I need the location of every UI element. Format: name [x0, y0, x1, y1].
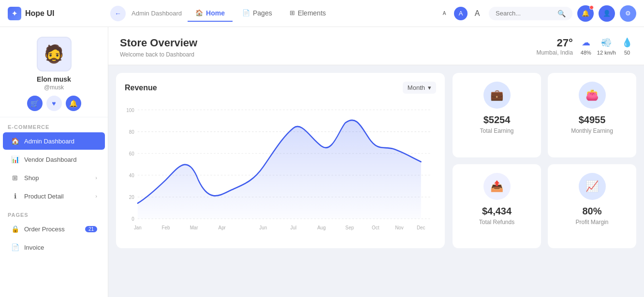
- main-content: Store Overview Welcome back to Dashboard…: [108, 27, 644, 297]
- pages-section-label: PAGES: [0, 205, 108, 220]
- svg-text:Sep: Sep: [345, 224, 353, 230]
- svg-text:Jun: Jun: [259, 224, 267, 230]
- aqi-value: 50: [624, 50, 630, 56]
- nav-tabs: 🏠 Home 📄 Pages ⊞ Elements: [188, 5, 432, 22]
- admin-dashboard-label: Admin Dashboard: [24, 138, 74, 145]
- monthly-earning-value: $4955: [579, 114, 606, 126]
- cart-action-btn[interactable]: 🛒: [27, 96, 43, 111]
- font-small-btn[interactable]: A: [438, 7, 451, 20]
- sidebar: 🧔 Elon musk @musk 🛒 ♥ 🔔 E-COMMERCE 🏠 Adm…: [0, 27, 108, 297]
- invoice-label: Invoice: [24, 244, 44, 251]
- sidebar-item-vendor-dashboard[interactable]: 📊 Vendor Dashboard: [3, 151, 105, 168]
- profit-margin-card: 📈 80% Profit Margin: [548, 164, 636, 249]
- settings-icon: ⚙: [620, 5, 636, 22]
- sidebar-item-product-detail[interactable]: ℹ Product Detail ›: [3, 187, 105, 205]
- shop-arrow-icon: ›: [95, 175, 97, 181]
- svg-text:0: 0: [132, 215, 134, 222]
- user-avatar-btn[interactable]: 👤: [599, 5, 615, 22]
- profile-avatar: 🧔: [37, 37, 72, 71]
- notification-btn[interactable]: 🔔: [577, 5, 594, 22]
- dropdown-arrow-icon: ▾: [428, 84, 431, 91]
- back-button[interactable]: ←: [110, 6, 126, 21]
- total-earning-card: 💼 $5254 Total Earning: [453, 73, 541, 157]
- wishlist-action-btn[interactable]: ♥: [46, 96, 62, 111]
- profile-actions: 🛒 ♥ 🔔: [27, 96, 81, 111]
- search-box: 🔍: [489, 7, 572, 20]
- store-header: Store Overview Welcome back to Dashboard…: [108, 27, 644, 65]
- weather-location: Mumbai, India: [536, 49, 572, 56]
- monthly-earning-label: Monthly Earning: [571, 127, 613, 134]
- month-dropdown-label: Month: [408, 84, 425, 91]
- revenue-chart-card: Revenue Month ▾: [116, 73, 445, 248]
- font-large-btn[interactable]: A: [470, 7, 484, 20]
- humidity-stat: ☁ 48%: [581, 37, 591, 56]
- total-refunds-value: $4,434: [482, 206, 512, 217]
- alert-action-btn[interactable]: 🔔: [66, 96, 81, 111]
- sidebar-item-invoice[interactable]: 📄 Invoice: [3, 239, 105, 256]
- user-avatar: 👤: [599, 5, 615, 22]
- svg-text:80: 80: [129, 128, 134, 135]
- nav-right: A A A 🔍 🔔 👤 ⚙: [438, 5, 636, 22]
- wallet-icon: 👛: [585, 89, 599, 101]
- sidebar-item-admin-dashboard[interactable]: 🏠 Admin Dashboard: [3, 132, 105, 150]
- font-size-controls: A A A: [438, 7, 484, 20]
- order-process-icon: 🔒: [11, 225, 19, 233]
- svg-text:Apr: Apr: [219, 224, 226, 230]
- tab-home[interactable]: 🏠 Home: [188, 5, 233, 22]
- total-refunds-icon-wrap: 📤: [483, 173, 511, 200]
- aqi-stat: 💧 50: [622, 37, 632, 56]
- settings-btn[interactable]: ⚙: [620, 5, 636, 22]
- order-process-label: Order Process: [24, 226, 65, 233]
- product-detail-label: Product Detail: [24, 193, 64, 200]
- humidity-value: 48%: [581, 50, 591, 56]
- svg-text:60: 60: [129, 150, 134, 156]
- sidebar-item-order-process[interactable]: 🔒 Order Process 21: [3, 220, 105, 238]
- search-icon: 🔍: [557, 10, 566, 17]
- cloud-icon: ☁: [582, 37, 590, 48]
- topnav: ✦ Hope UI ← Admin Dashboard 🏠 Home 📄 Pag…: [0, 0, 644, 27]
- order-process-badge: 21: [85, 226, 97, 232]
- profile-handle: @musk: [44, 84, 64, 91]
- wind-icon: 💨: [601, 37, 612, 48]
- tab-pages[interactable]: 📄 Pages: [234, 5, 280, 22]
- svg-text:100: 100: [126, 107, 134, 113]
- admin-dashboard-icon: 🏠: [11, 137, 19, 145]
- total-refunds-label: Total Refunds: [479, 219, 514, 226]
- revenue-chart-svg: 100 80 60 40 20 0 Jan Feb Mar: [125, 99, 436, 240]
- search-input[interactable]: [496, 10, 554, 17]
- pages-tab-label: Pages: [253, 9, 272, 17]
- main-layout: 🧔 Elon musk @musk 🛒 ♥ 🔔 E-COMMERCE 🏠 Adm…: [0, 27, 644, 297]
- profit-margin-icon-wrap: 📈: [579, 173, 606, 200]
- elements-tab-icon: ⊞: [290, 9, 295, 16]
- sidebar-item-shop[interactable]: ⊞ Shop ›: [3, 169, 105, 186]
- shop-icon: ⊞: [11, 174, 19, 182]
- monthly-earning-card: 👛 $4955 Monthly Earning: [548, 73, 636, 157]
- store-overview-text: Store Overview Welcome back to Dashboard: [120, 37, 197, 58]
- ecommerce-section-label: E-COMMERCE: [0, 117, 108, 132]
- logo[interactable]: ✦ Hope UI: [8, 7, 104, 20]
- shop-label: Shop: [24, 174, 39, 182]
- notification-badge: [589, 5, 594, 10]
- stats-grid: 💼 $5254 Total Earning 👛 $4955 Monthly Ea…: [453, 73, 636, 248]
- svg-text:Oct: Oct: [372, 224, 379, 230]
- product-detail-icon: ℹ: [11, 192, 19, 200]
- total-earning-label: Total Earning: [480, 127, 513, 134]
- temperature-value: 27°: [536, 37, 572, 49]
- month-dropdown[interactable]: Month ▾: [403, 82, 436, 94]
- total-earning-value: $5254: [483, 114, 511, 126]
- weather-temp: 27° Mumbai, India: [536, 37, 572, 56]
- water-icon: 💧: [622, 37, 632, 48]
- svg-text:Jan: Jan: [134, 224, 142, 230]
- wind-value: 12 km/h: [597, 50, 616, 56]
- store-subtitle: Welcome back to Dashboard: [120, 51, 197, 58]
- tab-elements[interactable]: ⊞ Elements: [282, 5, 334, 22]
- font-medium-btn[interactable]: A: [454, 7, 468, 20]
- total-refunds-card: 📤 $4,434 Total Refunds: [453, 164, 541, 249]
- chart-header: Revenue Month ▾: [125, 82, 436, 94]
- briefcase-icon: 💼: [490, 89, 503, 101]
- svg-text:Aug: Aug: [317, 224, 325, 230]
- svg-text:40: 40: [129, 172, 134, 178]
- product-detail-arrow-icon: ›: [95, 193, 97, 199]
- weather-stats: ☁ 48% 💨 12 km/h 💧 50: [581, 37, 632, 56]
- invoice-icon: 📄: [11, 243, 19, 251]
